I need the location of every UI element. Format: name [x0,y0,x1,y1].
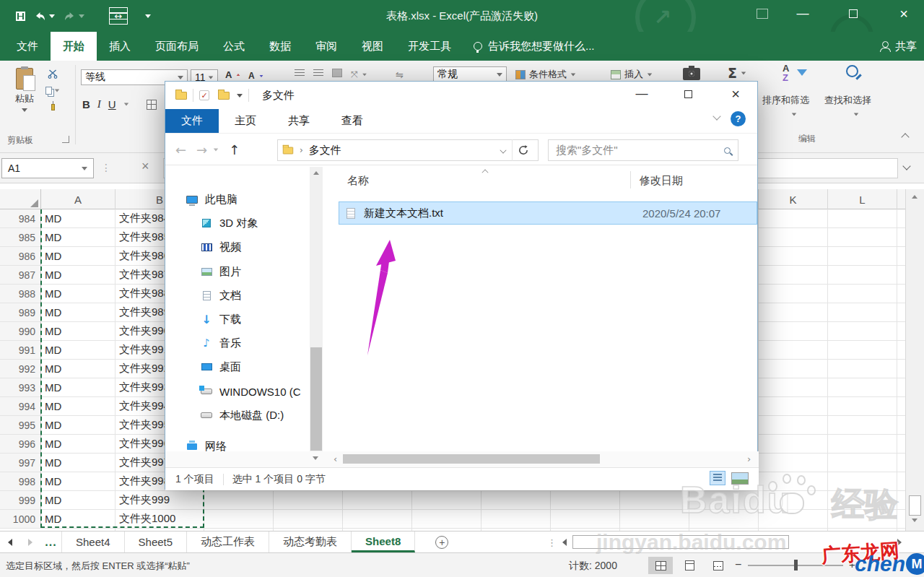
cell-a998[interactable]: MD [41,472,116,490]
italic-button[interactable]: I [97,98,101,110]
explorer-maximize-button[interactable] [672,82,704,106]
wrap-text-button[interactable]: ⇋ [396,69,404,80]
vertical-scrollbar[interactable] [905,189,924,531]
tab-页面布局[interactable]: 页面布局 [143,32,211,61]
row-header-994[interactable]: 994 [0,397,41,415]
copy-button[interactable] [45,83,61,97]
tab-插入[interactable]: 插入 [97,32,143,61]
collapse-ribbon-button[interactable] [901,133,909,141]
save-button[interactable] [12,5,30,27]
cell-a989[interactable]: MD [41,303,116,321]
number-format-select[interactable]: 常规 [433,66,507,82]
sidebar-item-本地磁盘 (D:)[interactable]: 本地磁盘 (D:) [200,406,284,425]
explorer-tab-主页[interactable]: 主页 [219,109,272,133]
explorer-tab-查看[interactable]: 查看 [326,109,379,133]
column-header-name[interactable]: 名称 [347,174,369,188]
row-header-992[interactable]: 992 [0,360,41,378]
row-header-989[interactable]: 989 [0,303,41,321]
orientation-button[interactable]: ⤧ [351,69,367,79]
cell-a992[interactable]: MD [41,360,116,378]
scroll-right-icon[interactable] [897,539,902,546]
sheet-tab-Sheet8[interactable]: Sheet8 [352,532,415,552]
close-button[interactable]: × [889,0,918,27]
cut-button[interactable] [45,66,61,81]
pane-horizontal-scrollbar[interactable]: ‹ › [165,451,759,467]
sidebar-scroll-down-icon[interactable] [313,456,318,460]
zoom-slider-handle[interactable] [794,560,798,571]
cell-a994[interactable]: MD [41,397,116,415]
cell-b1000[interactable]: 文件夹1000 [116,510,204,528]
new-sheet-button[interactable]: + [435,536,448,549]
column-header-date[interactable]: 修改日期 [640,174,683,188]
redo-button[interactable] [59,5,89,27]
tab-公式[interactable]: 公式 [211,32,257,61]
scroll-left-icon[interactable] [562,539,567,546]
row-header-991[interactable]: 991 [0,341,41,359]
scroll-left-icon[interactable]: ‹ [334,454,337,464]
cell-a995[interactable]: MD [41,416,116,434]
recent-locations-icon[interactable] [214,149,218,152]
formula-bar-expand-button[interactable] [902,162,910,170]
sidebar-item-文档[interactable]: 文档 [200,286,241,305]
prev-sheet-button[interactable] [0,532,20,552]
row-header-984[interactable]: 984 [0,209,41,227]
column-divider[interactable] [630,171,631,188]
tab-审阅[interactable]: 审阅 [303,32,349,61]
cell-a1000[interactable]: MD [41,510,116,528]
align-top-button[interactable] [295,69,305,77]
row-header-998[interactable]: 998 [0,472,41,490]
help-button[interactable]: ? [731,111,746,126]
cell-a999[interactable]: MD [41,491,116,509]
maximize-button[interactable] [839,0,868,27]
breadcrumb[interactable]: 多文件 [309,144,341,157]
back-button[interactable]: ← [175,142,186,157]
sidebar-scroll-thumb[interactable] [310,347,322,451]
scroll-up-icon[interactable] [313,171,319,175]
qat-dropdown-icon[interactable] [237,94,243,97]
clipboard-dialog-launcher[interactable] [62,136,69,143]
ribbon-display-options-button[interactable] [748,0,777,27]
formula-bar-splitter[interactable]: ⋮ [101,162,112,173]
cell-a984[interactable]: MD [41,209,116,227]
address-dropdown-icon[interactable] [500,147,506,153]
row-header-999[interactable]: 999 [0,491,41,509]
row-header-1000[interactable]: 1000 [0,510,41,528]
cell-a996[interactable]: MD [41,435,116,453]
cell-a993[interactable]: MD [41,378,116,396]
tab-视图[interactable]: 视图 [349,32,396,61]
sheet-tab-Sheet5[interactable]: Sheet5 [125,532,188,552]
sort-filter-button[interactable]: 排序和筛选 [762,94,809,107]
page-break-view-button[interactable] [706,557,731,574]
sidebar-item-此电脑[interactable]: 此电脑 [186,190,237,209]
tab-数据[interactable]: 数据 [257,32,303,61]
properties-check-icon[interactable]: ✓ [199,90,209,100]
search-box[interactable]: 搜索"多文件" [548,139,738,161]
explorer-tab-文件[interactable]: 文件 [165,109,219,133]
shrink-font-button[interactable]: A [248,71,264,81]
tell-me-box[interactable]: 告诉我您想要做什么... [474,32,595,61]
vertical-scroll-thumb[interactable] [909,495,921,516]
cell-a985[interactable]: MD [41,228,116,246]
row-header-997[interactable]: 997 [0,454,41,472]
row-header-996[interactable]: 996 [0,435,41,453]
name-box[interactable]: A1 [1,158,94,178]
row-header-988[interactable]: 988 [0,285,41,303]
undo-button[interactable] [30,5,59,27]
normal-view-button[interactable] [648,557,673,574]
share-button[interactable]: 共享 [880,32,917,61]
sidebar-item-音乐[interactable]: ♪音乐 [200,334,241,352]
file-list-pane[interactable]: 名称 修改日期 新建文本文档.txt 2020/5/24 20:07 [329,167,758,451]
bold-button[interactable]: B [82,98,90,110]
cell-a997[interactable]: MD [41,454,116,472]
scroll-down-icon[interactable] [912,519,918,522]
sheet-bar-kebab[interactable]: ⋮ [547,532,557,553]
minimize-button[interactable]: — [788,0,817,27]
refresh-button[interactable] [512,139,533,161]
cell-a990[interactable]: MD [41,322,116,340]
sidebar-item-下载[interactable]: ↓下载 [200,310,241,329]
cancel-button[interactable]: × [141,159,149,174]
file-row-selected[interactable]: 新建文本文档.txt 2020/5/24 20:07 [339,201,757,225]
row-header-987[interactable]: 987 [0,266,41,284]
find-select-button[interactable]: 查找和选择 [824,94,871,107]
row-header-993[interactable]: 993 [0,378,41,396]
